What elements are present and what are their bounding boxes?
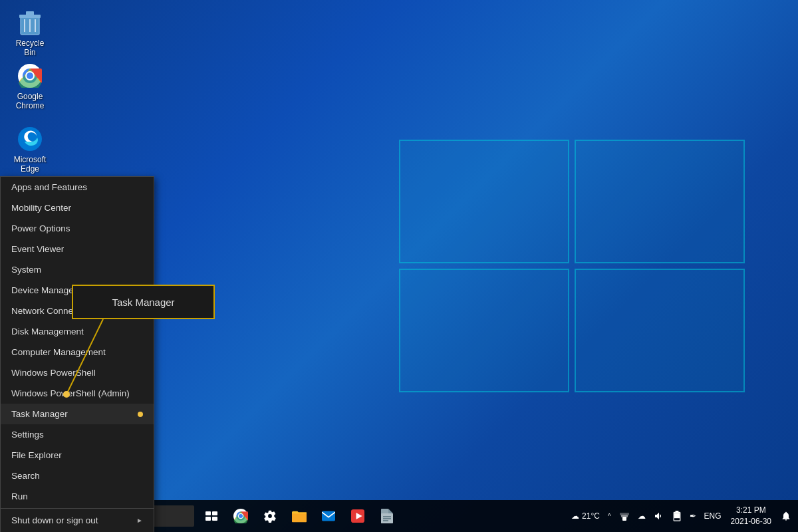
edge-img	[17, 126, 43, 152]
menu-item-task-manager[interactable]: Task Manager	[1, 404, 154, 424]
menu-item-computer-management[interactable]: Computer Management	[1, 342, 154, 362]
menu-item-mobility-center[interactable]: Mobility Center	[1, 198, 154, 218]
svg-rect-26	[322, 511, 335, 521]
svg-rect-18	[212, 511, 217, 515]
file-explorer-taskbar-icon[interactable]	[285, 500, 314, 532]
weather-tray[interactable]: ☁ 21°C	[567, 500, 604, 532]
notification-tray-icon[interactable]	[777, 500, 795, 532]
svg-rect-19	[205, 517, 211, 521]
task-manager-dot	[138, 412, 143, 417]
chrome-img	[17, 63, 43, 89]
files-taskbar-icon[interactable]	[372, 500, 402, 532]
clock-tray[interactable]: 3:21 PM 2021-06-30	[726, 500, 777, 532]
shut-down-arrow-icon: ►	[136, 517, 143, 524]
mail-taskbar-icon[interactable]	[314, 500, 343, 532]
volume-tray-icon[interactable]	[650, 500, 668, 532]
recycle-bin-img	[17, 9, 43, 36]
svg-rect-39	[675, 511, 678, 512]
language-tray[interactable]: ENG	[700, 500, 726, 532]
task-manager-tooltip: Task Manager	[72, 285, 215, 319]
cloud-tray-icon[interactable]: ☁	[634, 500, 650, 532]
menu-item-shut-down[interactable]: Shut down or sign out ►	[1, 510, 154, 531]
windows-logo-decoration	[399, 140, 745, 392]
menu-item-settings[interactable]: Settings	[1, 424, 154, 445]
menu-item-powershell-admin[interactable]: Windows PowerShell (Admin)	[1, 383, 154, 404]
svg-point-24	[239, 514, 243, 518]
media-taskbar-icon[interactable]	[343, 500, 372, 532]
menu-item-apps-features[interactable]: Apps and Features	[1, 177, 154, 198]
chrome-desktop-icon[interactable]: Google Chrome	[7, 60, 53, 114]
menu-item-power-options[interactable]: Power Options	[1, 218, 154, 239]
svg-rect-25	[292, 513, 307, 523]
edge-label: Microsoft Edge	[9, 155, 51, 174]
menu-item-disk-management[interactable]: Disk Management	[1, 321, 154, 342]
clock-time: 3:21 PM	[736, 505, 766, 516]
pen-tray-icon[interactable]: ✒	[686, 500, 700, 532]
edge-desktop-icon[interactable]: Microsoft Edge	[7, 123, 53, 177]
chrome-label: Google Chrome	[9, 92, 51, 111]
menu-divider	[1, 508, 154, 509]
recycle-bin-icon[interactable]: Recycle Bin	[7, 7, 53, 61]
menu-item-system[interactable]: System	[1, 259, 154, 280]
clock-date: 2021-06-30	[731, 516, 771, 527]
desktop: Recycle Bin Google Chrome Microsoft Edge	[0, 0, 798, 532]
svg-point-9	[27, 72, 33, 79]
menu-item-file-explorer[interactable]: File Explorer	[1, 445, 154, 466]
system-tray: ☁ 21°C ^ ☁	[567, 500, 798, 532]
weather-icon: ☁	[571, 511, 579, 521]
svg-marker-30	[388, 509, 393, 513]
settings-taskbar-icon[interactable]	[255, 500, 285, 532]
menu-item-event-viewer[interactable]: Event Viewer	[1, 239, 154, 259]
svg-rect-37	[620, 513, 629, 515]
tray-expand-button[interactable]: ^	[604, 500, 615, 532]
menu-item-windows-powershell[interactable]: Windows PowerShell	[1, 362, 154, 383]
task-view-button[interactable]	[197, 500, 226, 532]
recycle-bin-label: Recycle Bin	[9, 39, 51, 58]
context-menu: Apps and Features Mobility Center Power …	[0, 176, 154, 532]
chrome-taskbar-icon[interactable]	[226, 500, 255, 532]
svg-point-10	[18, 127, 42, 151]
menu-item-run[interactable]: Run	[1, 486, 154, 507]
svg-rect-40	[674, 513, 680, 518]
network-tray-icon[interactable]	[615, 500, 634, 532]
menu-item-search[interactable]: Search	[1, 466, 154, 486]
weather-temp: 21°C	[582, 511, 600, 521]
svg-rect-2	[26, 11, 34, 15]
power-tray-icon[interactable]	[668, 500, 686, 532]
svg-rect-17	[205, 511, 211, 515]
svg-rect-20	[212, 517, 217, 521]
